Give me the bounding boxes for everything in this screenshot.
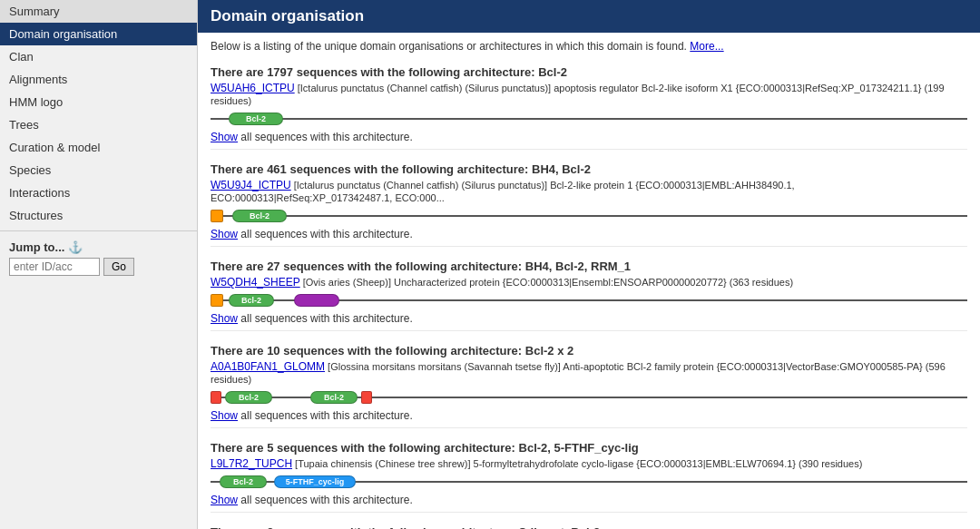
jump-section: Jump to... ⚓ Go	[0, 235, 197, 281]
jump-input-row: Go	[9, 258, 188, 276]
domain-pill: Bcl-2	[229, 113, 283, 125]
diagram-line	[211, 215, 967, 217]
arch-title: There are 10 sequences with the followin…	[211, 344, 967, 358]
seq-row: A0A1B0FAN1_GLOMM [Glossina morsitans mor…	[211, 360, 967, 386]
seq-desc: [Ictalurus punctatus (Channel catfish) (…	[211, 180, 795, 203]
show-all-link[interactable]: Show	[211, 409, 238, 422]
show-all-row: Show all sequences with this architectur…	[211, 131, 967, 143]
sidebar-item-clan[interactable]: Clan	[0, 45, 197, 68]
show-all-text: all sequences with this architecture.	[238, 409, 413, 422]
more-link[interactable]: More...	[690, 40, 723, 53]
architecture-block: There are 461 sequences with the followi…	[211, 157, 967, 247]
seq-desc: [Tupaia chinensis (Chinese tree shrew)] …	[292, 458, 862, 469]
main-content: Domain organisation Below is a listing o…	[198, 0, 980, 529]
sidebar-item-species[interactable]: Species	[0, 159, 197, 181]
sidebar: SummaryDomain organisationClanAlignments…	[0, 0, 198, 529]
seq-desc: [Ovis aries (Sheep)] Uncharacterized pro…	[300, 277, 793, 288]
domain-pill: 5-FTHF_cyc-lig	[274, 475, 356, 488]
domain-pill: Bcl-2	[310, 391, 358, 404]
domain-pill: Bcl-2	[229, 294, 274, 307]
sidebar-item-domain-organisation[interactable]: Domain organisation	[0, 23, 197, 45]
sidebar-divider	[0, 230, 197, 231]
sidebar-nav: SummaryDomain organisationClanAlignments…	[0, 0, 197, 227]
domain-pill	[294, 294, 339, 307]
sidebar-item-curation-model[interactable]: Curation & model	[0, 136, 197, 159]
show-all-row: Show all sequences with this architectur…	[211, 312, 967, 325]
show-all-link[interactable]: Show	[211, 228, 238, 240]
seq-row: W5UAH6_ICTPU [Ictalurus punctatus (Chann…	[211, 82, 967, 107]
arch-title: There are 3 sequences with the following…	[211, 525, 967, 529]
architecture-block: There are 27 sequences with the followin…	[211, 254, 967, 331]
architecture-list: There are 1797 sequences with the follow…	[211, 60, 967, 529]
seq-link[interactable]: W5U9J4_ICTPU	[211, 179, 291, 191]
domain-pill	[211, 210, 223, 222]
show-all-text: all sequences with this architecture.	[238, 228, 413, 240]
seq-row: W5QDH4_SHEEP [Ovis aries (Sheep)] Unchar…	[211, 276, 967, 289]
jump-title: Jump to... ⚓	[9, 240, 188, 254]
jump-input[interactable]	[9, 258, 100, 276]
arch-title: There are 27 sequences with the followin…	[211, 260, 967, 273]
show-all-link[interactable]: Show	[211, 131, 238, 143]
domain-pill	[211, 294, 223, 307]
show-all-text: all sequences with this architecture.	[238, 312, 413, 325]
sidebar-item-summary[interactable]: Summary	[0, 0, 197, 23]
show-all-row: Show all sequences with this architectur…	[211, 228, 967, 240]
architecture-block: There are 5 sequences with the following…	[211, 436, 967, 513]
sidebar-item-trees[interactable]: Trees	[0, 113, 197, 136]
page-title: Domain organisation	[198, 0, 980, 33]
domain-pill: Bcl-2	[232, 210, 287, 222]
show-all-row: Show all sequences with this architectur…	[211, 494, 967, 506]
domain-diagram: Bcl-2	[211, 291, 967, 309]
domain-diagram: Bcl-2	[211, 110, 967, 128]
domain-pill: Bcl-2	[225, 391, 272, 404]
seq-desc: [Ictalurus punctatus (Channel catfish) (…	[211, 83, 945, 106]
seq-link[interactable]: L9L7R2_TUPCH	[211, 457, 292, 470]
sidebar-item-interactions[interactable]: Interactions	[0, 181, 197, 204]
domain-diagram: Bcl-25-FTHF_cyc-lig	[211, 473, 967, 491]
domain-pill	[211, 391, 221, 404]
intro-text: Below is a listing of the unique domain …	[211, 40, 967, 53]
jump-button[interactable]: Go	[103, 258, 134, 276]
show-all-row: Show all sequences with this architectur…	[211, 409, 967, 422]
arch-title: There are 1797 sequences with the follow…	[211, 65, 967, 79]
seq-link[interactable]: A0A1B0FAN1_GLOMM	[211, 360, 325, 373]
show-all-link[interactable]: Show	[211, 494, 238, 506]
domain-diagram: Bcl-2Bcl-2	[211, 388, 967, 407]
diagram-line	[211, 118, 967, 120]
seq-link[interactable]: W5QDH4_SHEEP	[211, 276, 300, 289]
domain-diagram: Bcl-2	[211, 207, 967, 225]
architecture-block: There are 1797 sequences with the follow…	[211, 60, 967, 150]
show-all-link[interactable]: Show	[211, 312, 238, 325]
architecture-block: There are 10 sequences with the followin…	[211, 338, 967, 428]
arch-title: There are 461 sequences with the followi…	[211, 162, 967, 176]
domain-pill: Bcl-2	[220, 475, 267, 488]
architecture-block: There are 3 sequences with the following…	[211, 520, 967, 529]
sidebar-item-structures[interactable]: Structures	[0, 204, 197, 227]
show-all-text: all sequences with this architecture.	[238, 494, 413, 506]
domain-pill	[361, 391, 372, 404]
seq-row: W5U9J4_ICTPU [Ictalurus punctatus (Chann…	[211, 179, 967, 204]
main-body: Below is a listing of the unique domain …	[198, 33, 980, 529]
arch-title: There are 5 sequences with the following…	[211, 441, 967, 455]
sidebar-item-alignments[interactable]: Alignments	[0, 68, 197, 91]
seq-row: L9L7R2_TUPCH [Tupaia chinensis (Chinese …	[211, 457, 967, 470]
sidebar-item-hmm-logo[interactable]: HMM logo	[0, 91, 197, 113]
intro-sentence: Below is a listing of the unique domain …	[211, 40, 687, 53]
show-all-text: all sequences with this architecture.	[238, 131, 413, 143]
seq-link[interactable]: W5UAH6_ICTPU	[211, 82, 295, 94]
